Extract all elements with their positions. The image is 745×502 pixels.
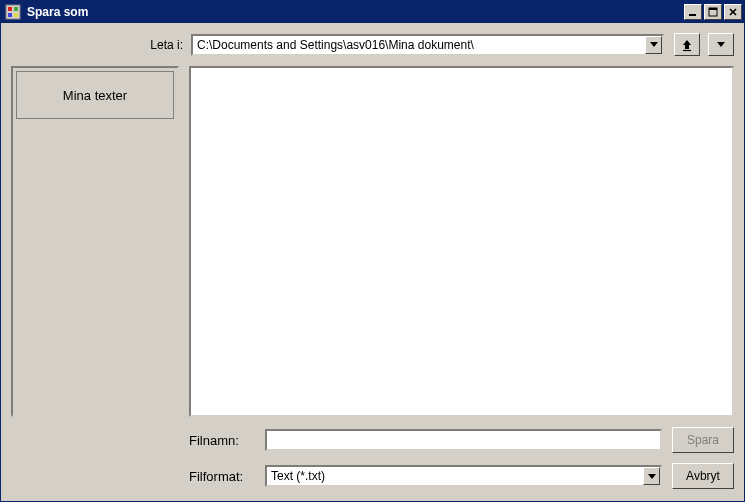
save-as-dialog: Spara som Leta i: C:\Documents and Setti… <box>0 0 745 502</box>
up-folder-button[interactable] <box>674 33 700 56</box>
window-title: Spara som <box>25 5 684 19</box>
save-button[interactable]: Spara <box>672 427 734 453</box>
file-format-combo[interactable]: Text (*.txt) <box>265 465 662 487</box>
file-list[interactable] <box>189 66 734 417</box>
chevron-down-icon[interactable] <box>645 36 662 54</box>
places-sidebar: Mina texter <box>11 66 179 417</box>
svg-rect-2 <box>14 7 18 11</box>
look-in-label: Leta i: <box>11 38 191 52</box>
titlebar[interactable]: Spara som <box>1 1 744 23</box>
svg-rect-5 <box>689 14 696 16</box>
chevron-down-icon <box>717 42 725 47</box>
sidebar-item-label: Mina texter <box>63 88 127 103</box>
up-arrow-icon <box>680 38 694 52</box>
svg-rect-7 <box>709 8 717 10</box>
filename-label: Filnamn: <box>189 433 265 448</box>
filename-input[interactable] <box>265 429 662 451</box>
look-in-path: C:\Documents and Settings\asv016\Mina do… <box>193 38 645 52</box>
svg-rect-3 <box>8 13 12 17</box>
minimize-button[interactable] <box>684 4 702 20</box>
file-format-label: Filformat: <box>189 469 265 484</box>
look-in-row: Leta i: C:\Documents and Settings\asv016… <box>11 33 734 56</box>
app-icon <box>5 4 21 20</box>
cancel-button[interactable]: Avbryt <box>672 463 734 489</box>
window-controls <box>684 4 742 20</box>
bottom-panel: Filnamn: Spara Filformat: Text (*.txt) A… <box>11 427 734 489</box>
svg-rect-1 <box>8 7 12 11</box>
file-format-value: Text (*.txt) <box>267 469 643 483</box>
chevron-down-icon[interactable] <box>643 467 660 485</box>
sidebar-item-mina-texter[interactable]: Mina texter <box>16 71 174 119</box>
close-button[interactable] <box>724 4 742 20</box>
main-area: Mina texter <box>11 66 734 417</box>
svg-rect-4 <box>14 13 18 17</box>
view-menu-button[interactable] <box>708 33 734 56</box>
maximize-button[interactable] <box>704 4 722 20</box>
look-in-combo[interactable]: C:\Documents and Settings\asv016\Mina do… <box>191 34 664 56</box>
client-area: Leta i: C:\Documents and Settings\asv016… <box>1 23 744 501</box>
